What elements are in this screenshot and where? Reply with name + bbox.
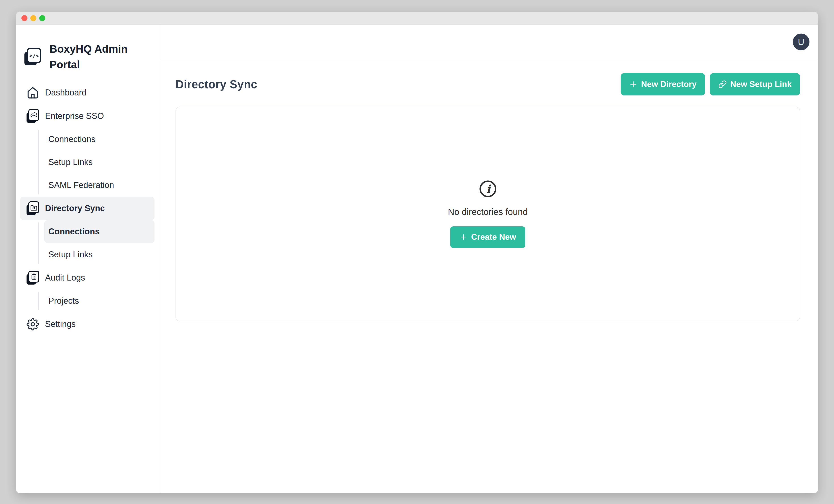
button-label: New Directory (641, 80, 697, 89)
sidebar-item-label: Setup Links (48, 250, 93, 259)
page-title: Directory Sync (175, 78, 257, 91)
empty-state-message: No directories found (448, 207, 528, 217)
sidebar-item-saml-federation[interactable]: SAML Federation (44, 174, 155, 197)
brand-title: BoxyHQ Admin Portal (49, 41, 130, 72)
sidebar-item-label: Connections (48, 227, 100, 236)
page-header: Directory Sync New Directory (175, 73, 800, 95)
plus-icon (460, 233, 468, 241)
sidebar-item-sso-setup-links[interactable]: Setup Links (44, 151, 155, 174)
sidebar-item-label: Dashboard (45, 88, 87, 97)
audit-logs-subgroup: Projects (16, 289, 160, 312)
app-window: </> BoxyHQ Admin Portal Dashboard (16, 12, 818, 493)
main-content: U Directory Sync New Directory (160, 25, 818, 493)
minimize-window-button[interactable] (30, 15, 36, 21)
button-label: New Setup Link (730, 80, 792, 89)
plus-icon (629, 80, 638, 89)
new-directory-button[interactable]: New Directory (621, 73, 705, 95)
titlebar (16, 12, 818, 25)
sidebar: </> BoxyHQ Admin Portal Dashboard (16, 25, 160, 493)
sidebar-item-directory-setup-links[interactable]: Setup Links (44, 243, 155, 266)
sidebar-nav: Dashboard (16, 81, 160, 336)
sidebar-item-label: Enterprise SSO (45, 111, 104, 121)
sidebar-item-enterprise-sso[interactable]: Enterprise SSO (20, 104, 155, 128)
button-label: Create New (471, 233, 516, 242)
svg-text:i: i (486, 183, 491, 195)
sidebar-item-dashboard[interactable]: Dashboard (20, 81, 155, 104)
svg-text:</>: </> (29, 53, 39, 59)
sidebar-item-audit-logs[interactable]: Audit Logs (20, 266, 155, 289)
sidebar-item-label: Audit Logs (45, 273, 85, 283)
topbar: U (160, 25, 818, 59)
directory-sync-folder-icon (25, 201, 40, 216)
link-icon (718, 80, 727, 89)
sidebar-item-directory-sync[interactable]: Directory Sync (20, 197, 155, 220)
user-avatar[interactable]: U (793, 34, 810, 50)
sidebar-item-sso-connections[interactable]: Connections (44, 128, 155, 151)
sidebar-item-settings[interactable]: Settings (20, 312, 155, 336)
empty-state-card: i No directories found Create New (175, 107, 800, 321)
sidebar-item-directory-connections[interactable]: Connections (44, 220, 155, 243)
home-icon (25, 87, 40, 99)
enterprise-sso-subgroup: Connections Setup Links SAML Federation (16, 128, 160, 197)
sidebar-item-label: Setup Links (48, 157, 93, 167)
sidebar-item-label: Connections (48, 134, 95, 144)
enterprise-sso-cloud-key-icon (25, 109, 40, 123)
sidebar-item-projects[interactable]: Projects (44, 289, 155, 312)
close-window-button[interactable] (21, 15, 27, 21)
sidebar-item-label: Projects (48, 296, 79, 306)
sidebar-item-label: Settings (45, 319, 75, 329)
boxyhq-code-keycap-icon: </> (24, 48, 41, 66)
info-icon: i (479, 180, 497, 198)
zoom-window-button[interactable] (39, 15, 45, 21)
sidebar-item-label: SAML Federation (48, 180, 114, 190)
audit-logs-clipboard-icon (25, 271, 40, 285)
brand[interactable]: </> BoxyHQ Admin Portal (16, 25, 160, 81)
settings-gear-icon (25, 318, 40, 330)
new-setup-link-button[interactable]: New Setup Link (710, 73, 800, 95)
directory-sync-subgroup: Connections Setup Links (16, 220, 160, 266)
app-body: </> BoxyHQ Admin Portal Dashboard (16, 25, 818, 493)
create-new-button[interactable]: Create New (450, 226, 526, 248)
page-actions: New Directory New Setup Link (621, 73, 800, 95)
sidebar-item-label: Directory Sync (45, 204, 105, 213)
